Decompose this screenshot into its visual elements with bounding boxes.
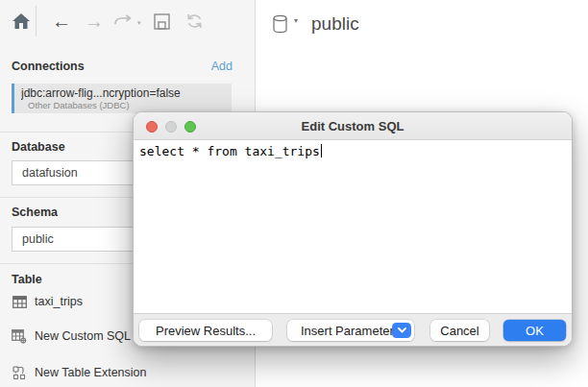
save-button[interactable]	[150, 10, 173, 33]
add-connection-link[interactable]: Add	[211, 60, 233, 73]
insert-parameter-chevron-icon[interactable]	[392, 323, 411, 338]
forward-arrow-icon: →	[85, 10, 104, 33]
back-arrow-icon: ←	[52, 10, 71, 33]
new-custom-sql-button[interactable]: New Custom SQL	[12, 328, 131, 344]
connection-name: jdbc:arrow-flig...ncryption=false	[21, 86, 232, 100]
main-toolbar: ← → ▾	[0, 0, 255, 42]
sql-text: select * from taxi_trips	[139, 144, 322, 158]
datasource-title: public	[311, 13, 359, 35]
zoom-window-button[interactable]	[184, 121, 196, 133]
save-icon	[154, 13, 170, 30]
redo-button[interactable]	[111, 10, 135, 33]
new-custom-sql-label: New Custom SQL	[35, 329, 131, 343]
database-label: Database	[12, 140, 65, 154]
sql-editor[interactable]: select * from taxi_trips	[134, 140, 572, 313]
ok-button[interactable]: OK	[503, 320, 566, 341]
refresh-button[interactable]	[183, 10, 206, 33]
database-cylinder-icon[interactable]	[272, 14, 288, 34]
refresh-icon	[185, 12, 204, 30]
canvas-header: ▾ public	[272, 13, 359, 35]
window-controls	[146, 121, 196, 133]
datasource-dropdown-caret[interactable]: ▾	[294, 16, 298, 25]
table-item-label: taxi_trips	[35, 295, 83, 308]
back-button[interactable]: ←	[50, 10, 73, 33]
edit-custom-sql-dialog: Edit Custom SQL select * from taxi_trips…	[133, 111, 573, 347]
minimize-window-button[interactable]	[165, 121, 177, 133]
redo-dropdown-caret[interactable]: ▾	[137, 19, 141, 27]
table-extension-icon	[12, 365, 27, 380]
insert-parameter-label: Insert Parameter	[301, 324, 394, 338]
schema-label: Schema	[12, 206, 58, 219]
new-table-extension-button[interactable]: New Table Extension	[12, 365, 147, 380]
cancel-button[interactable]: Cancel	[430, 320, 489, 341]
dialog-footer: Preview Results... Insert Parameter Canc…	[134, 313, 572, 346]
table-grid-icon	[12, 294, 27, 309]
table-label: Table	[12, 273, 42, 286]
home-button[interactable]	[10, 10, 33, 33]
redo-icon	[112, 14, 134, 28]
preview-results-button[interactable]: Preview Results...	[139, 320, 272, 341]
connections-title: Connections	[12, 60, 85, 73]
forward-button[interactable]: →	[83, 10, 106, 33]
connections-header: Connections Add	[12, 60, 233, 73]
dialog-titlebar[interactable]: Edit Custom SQL	[134, 112, 572, 140]
connection-type: Other Databases (JDBC)	[21, 100, 232, 110]
insert-parameter-button[interactable]: Insert Parameter	[287, 320, 414, 341]
close-window-button[interactable]	[146, 121, 158, 133]
table-item-taxi-trips[interactable]: taxi_trips	[12, 294, 83, 309]
connection-item[interactable]: jdbc:arrow-flig...ncryption=false Other …	[12, 84, 232, 113]
home-icon	[12, 13, 30, 29]
custom-sql-icon	[12, 328, 27, 344]
toolbar-divider	[36, 6, 37, 36]
new-table-extension-label: New Table Extension	[35, 366, 147, 379]
dialog-title: Edit Custom SQL	[302, 119, 404, 133]
